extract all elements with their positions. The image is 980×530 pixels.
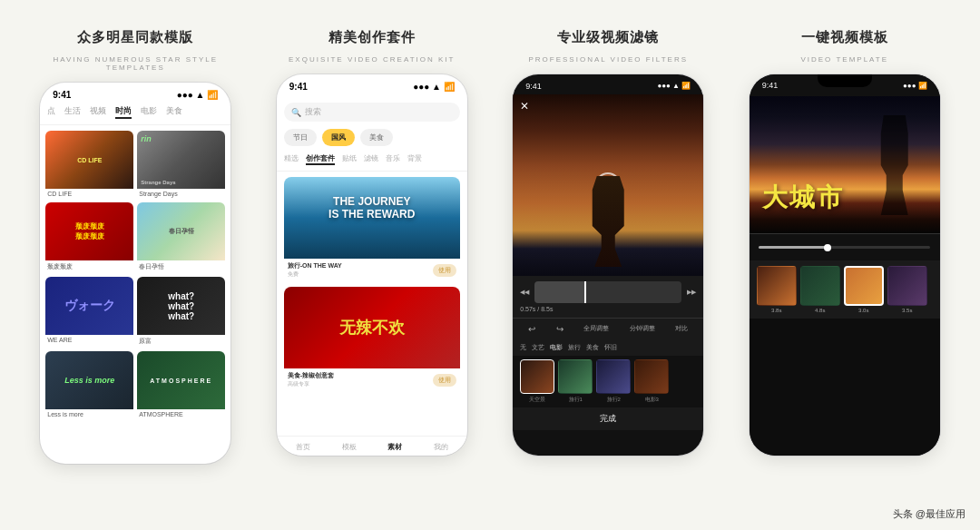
phone1-signal: ●●● ▲ 📶: [177, 90, 219, 100]
list-item[interactable]: 颓废颓废颓废颓废 颓废颓废: [45, 202, 133, 273]
video-overlay-text: 大城市: [762, 181, 844, 215]
list-item[interactable]: 3.8s: [757, 266, 797, 313]
phone1-nav[interactable]: 点 生活 视频 时尚 电影 美食: [40, 103, 230, 125]
category-guofeng[interactable]: 国风: [322, 129, 355, 146]
phone4-status: 9:41 ●●● 📶: [750, 74, 940, 96]
phone4-frame: 9:41 ●●● 📶 大城市: [750, 74, 940, 456]
list-item[interactable]: Less is more Less is more: [45, 351, 133, 419]
phone2-time: 9:41: [289, 82, 308, 92]
template-thumb[interactable]: [844, 266, 884, 306]
phone3-controls: ↩ ↪ 全局调整 分钟调整 对比: [513, 318, 703, 339]
section3-title-zh: 专业级视频滤镜: [557, 29, 659, 46]
template-thumb[interactable]: [887, 266, 927, 306]
phone2-bottom-nav: 首页 模板 素材 我的: [277, 436, 467, 456]
list-item[interactable]: ヴォーク WE ARE: [45, 277, 133, 348]
section2-title-zh: 精美创作套件: [328, 29, 416, 46]
template-thumb[interactable]: [757, 266, 797, 306]
filter-thumb[interactable]: [520, 359, 554, 394]
section4-title-en: VIDEO TEMPLATE: [800, 55, 888, 64]
phone4-time: 9:41: [762, 81, 779, 90]
filter-thumb[interactable]: [634, 359, 669, 394]
phone2-frame: 9:41 ●●● ▲ 📶 🔍 搜索 节日 国风 美食 精选 创作套件 贴纸 滤镜…: [277, 74, 467, 456]
section4-title-zh: 一键视频模板: [801, 29, 888, 46]
filter-thumb[interactable]: [596, 359, 631, 394]
list-item[interactable]: 4.8s: [800, 266, 840, 313]
phone1-time: 9:41: [53, 90, 71, 100]
phone4-video: 大城市: [750, 96, 940, 233]
section1-title-zh: 众多明星同款模版: [77, 29, 193, 46]
phone3-frame: 9:41 ●●● ▲ 📶 ✕ ▶ ◀◀ ▶▶: [513, 74, 703, 456]
undo-icon[interactable]: ↩: [528, 324, 535, 334]
phone3-video[interactable]: ✕ ▶: [513, 94, 703, 276]
close-icon[interactable]: ✕: [520, 100, 529, 113]
redo-icon[interactable]: ↪: [556, 324, 564, 334]
phone2-tabs: 精选 创作套件 贴纸 滤镜 音乐 背景: [277, 150, 467, 172]
phone3-filters: 天空景 旅行1 旅行2 电影3: [513, 356, 703, 407]
phone3-progress: 0.57s / 8.5s: [520, 306, 553, 312]
watermark: 头条 @最佳应用: [893, 507, 965, 521]
phone3-status: 9:41 ●●● ▲ 📶: [513, 74, 703, 94]
section1-title-en: HAVING NUMEROUS STAR STYLE TEMPLATES: [24, 55, 248, 72]
section-video-filters: 专业级视频滤镜 PROFESSIONAL VIDEO FILTERS 9:41 …: [496, 29, 720, 456]
section3-title-en: PROFESSIONAL VIDEO FILTERS: [528, 55, 688, 64]
phone1-status: 9:41 ●●● ▲ 📶: [40, 83, 230, 103]
notch: [818, 74, 872, 87]
list-item[interactable]: 无辣不欢 美食-辣椒创意套 高级专享 使用: [284, 287, 460, 391]
phone1-frame: 9:41 ●●● ▲ 📶 点 生活 视频 时尚 电影 美食 CD LIFE CD…: [40, 83, 230, 464]
list-item[interactable]: ATMOSPHERE ATMOSPHERE: [137, 351, 225, 419]
list-item[interactable]: 3.5s: [887, 266, 927, 313]
list-item[interactable]: 天空景: [520, 359, 554, 404]
phone4-templates: 3.8s 4.8s 3.0s 3.5s: [750, 260, 940, 319]
phone2-search[interactable]: 🔍 搜索: [284, 103, 460, 122]
use-button[interactable]: 使用: [433, 264, 456, 277]
list-item[interactable]: 3.0s: [844, 266, 884, 313]
list-item[interactable]: 旅行2: [596, 359, 631, 404]
done-button[interactable]: 完成: [513, 407, 703, 430]
list-item[interactable]: 电影3: [634, 359, 669, 404]
phone2-status: 9:41 ●●● ▲ 📶: [277, 74, 467, 95]
template-thumb[interactable]: [800, 266, 840, 306]
list-item[interactable]: 春日孕悟 春日孕悟: [137, 202, 225, 273]
list-item[interactable]: what?what?what? 原富: [137, 277, 225, 348]
section-video-template: 一键视频模板 VIDEO TEMPLATE 9:41 ●●● 📶 大城市: [733, 29, 957, 456]
list-item[interactable]: THE JOURNEYIS THE REWARD 旅行-ON THE WAY 免…: [284, 177, 460, 281]
section-star-templates: 众多明星同款模版 HAVING NUMEROUS STAR STYLE TEMP…: [24, 29, 248, 464]
list-item[interactable]: rin Strange Days Strange Days: [137, 131, 225, 199]
section2-title-en: EXQUISITE VIDEO CREATION KIT: [289, 55, 455, 64]
category-food[interactable]: 美食: [360, 129, 393, 146]
main-container: 众多明星同款模版 HAVING NUMEROUS STAR STYLE TEMP…: [9, 11, 971, 519]
section-creation-kit: 精美创作套件 EXQUISITE VIDEO CREATION KIT 9:41…: [260, 29, 485, 456]
list-item[interactable]: CD LIFE CD LIFE: [45, 131, 133, 199]
phone2-categories: 节日 国风 美食: [277, 125, 467, 150]
search-placeholder: 搜索: [305, 106, 321, 118]
search-icon: 🔍: [291, 108, 301, 117]
use-button2[interactable]: 使用: [433, 374, 456, 387]
phone1-grid: CD LIFE CD LIFE rin Strange Days Strange…: [40, 125, 230, 425]
phone3-filter-tabs: 无 文艺 电影 旅行 美食 怀旧: [513, 339, 703, 356]
phone3-timeline: ◀◀ ▶▶ 0.57s / 8.5s: [513, 276, 703, 318]
category-festival[interactable]: 节日: [284, 129, 317, 146]
phone3-time: 9:41: [525, 82, 542, 91]
filter-thumb[interactable]: [558, 359, 593, 394]
list-item[interactable]: 旅行1: [558, 359, 593, 404]
